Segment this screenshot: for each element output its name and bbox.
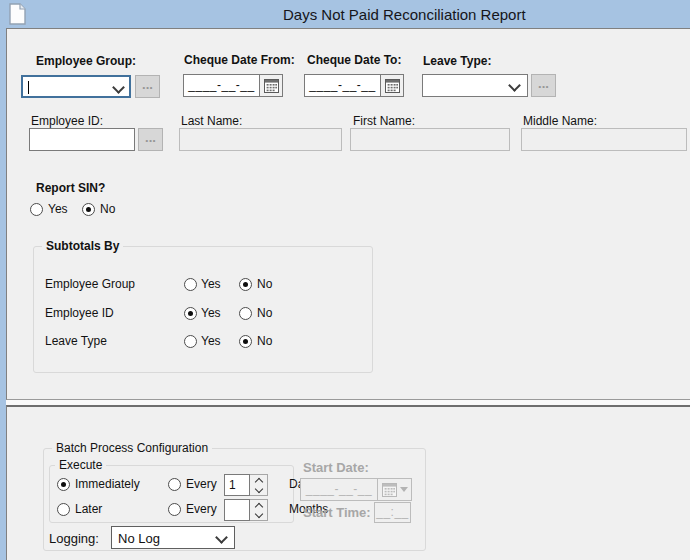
batch-panel: Batch Process Configuration Execute Imme… bbox=[6, 405, 690, 560]
logging-combobox[interactable]: No Log bbox=[111, 526, 235, 549]
subtotal-yes-label[interactable]: Yes bbox=[201, 306, 221, 320]
subtotal-row-label: Leave Type bbox=[45, 334, 107, 348]
leave-type-combobox[interactable] bbox=[422, 74, 528, 97]
first-name-field bbox=[350, 128, 510, 151]
cheque-date-to-field[interactable]: ____-__-__ bbox=[304, 74, 404, 97]
months-spinner-buttons[interactable] bbox=[250, 499, 268, 521]
chevron-down-icon bbox=[508, 79, 521, 92]
triangle-down-icon bbox=[400, 487, 408, 492]
cheque-date-from-field[interactable]: ____-__-__ bbox=[183, 74, 283, 97]
report-sin-yes-label[interactable]: Yes bbox=[48, 202, 68, 216]
months-spinner-input[interactable] bbox=[224, 499, 250, 521]
cheque-date-from-mask[interactable]: ____-__-__ bbox=[184, 75, 259, 96]
execute-every-days-radio[interactable] bbox=[168, 478, 181, 491]
chevron-down-icon bbox=[112, 81, 125, 94]
logging-value: No Log bbox=[118, 531, 160, 546]
chevron-down-icon bbox=[254, 485, 262, 493]
subtotal-employee-id-no-radio[interactable] bbox=[239, 307, 252, 320]
titlebar: Days Not Paid Reconciliation Report bbox=[0, 0, 690, 28]
employee-group-combobox[interactable] bbox=[21, 75, 131, 98]
subtotal-leave-type-yes-radio[interactable] bbox=[184, 335, 197, 348]
employee-group-browse-button[interactable]: ... bbox=[135, 75, 160, 98]
execute-every-months-label[interactable]: Every bbox=[186, 502, 217, 516]
subtotal-employee-group-no-radio[interactable] bbox=[239, 278, 252, 291]
cheque-date-to-mask[interactable]: ____-__-__ bbox=[305, 75, 380, 96]
start-date-field: ____-__-__ bbox=[300, 478, 412, 501]
last-name-field bbox=[179, 128, 342, 151]
text-caret bbox=[28, 81, 29, 94]
employee-id-browse-button[interactable]: ... bbox=[138, 128, 163, 151]
leave-type-label: Leave Type: bbox=[423, 54, 491, 68]
execute-later-label[interactable]: Later bbox=[75, 502, 102, 516]
window-title: Days Not Paid Reconciliation Report bbox=[283, 6, 526, 23]
report-sin-yes-radio[interactable] bbox=[30, 203, 43, 216]
execute-later-radio[interactable] bbox=[57, 503, 70, 516]
report-sin-no-radio[interactable] bbox=[82, 203, 95, 216]
execute-immediately-radio[interactable] bbox=[57, 478, 70, 491]
start-date-calendar-button bbox=[377, 479, 411, 500]
start-time-field: __:__ bbox=[374, 502, 411, 523]
employee-group-label: Employee Group: bbox=[36, 54, 136, 68]
subtotal-no-label[interactable]: No bbox=[257, 334, 272, 348]
subtotal-leave-type-no-radio[interactable] bbox=[239, 335, 252, 348]
cheque-date-from-label: Cheque Date From: bbox=[184, 53, 295, 67]
batch-process-configuration-title: Batch Process Configuration bbox=[52, 441, 212, 455]
days-spinner[interactable]: 1 bbox=[224, 474, 268, 496]
days-spinner-buttons[interactable] bbox=[250, 474, 268, 496]
first-name-label: First Name: bbox=[353, 114, 415, 128]
middle-name-label: Middle Name: bbox=[523, 114, 597, 128]
months-spinner[interactable] bbox=[224, 499, 268, 521]
subtotal-employee-id-yes-radio[interactable] bbox=[184, 307, 197, 320]
subtotal-no-label[interactable]: No bbox=[257, 306, 272, 320]
spinner-down-button[interactable] bbox=[250, 510, 267, 520]
subtotals-by-title: Subtotals By bbox=[42, 239, 123, 253]
document-icon bbox=[9, 3, 26, 29]
subtotals-by-groupbox: Subtotals By Employee Group Yes No Emplo… bbox=[33, 246, 373, 373]
cheque-date-to-label: Cheque Date To: bbox=[307, 53, 401, 67]
chevron-down-icon bbox=[254, 510, 262, 518]
execute-immediately-label[interactable]: Immediately bbox=[75, 477, 140, 491]
cheque-date-from-calendar-button[interactable] bbox=[259, 75, 282, 96]
subtotal-yes-label[interactable]: Yes bbox=[201, 334, 221, 348]
execute-title: Execute bbox=[55, 458, 106, 472]
start-date-label: Start Date: bbox=[303, 460, 369, 475]
subtotal-row-label: Employee Group bbox=[45, 277, 135, 291]
execute-every-days-label[interactable]: Every bbox=[186, 477, 217, 491]
employee-id-label: Employee ID: bbox=[31, 114, 103, 128]
calendar-icon bbox=[382, 483, 397, 497]
subtotal-employee-group-yes-radio[interactable] bbox=[184, 278, 197, 291]
subtotal-row-label: Employee ID bbox=[45, 306, 114, 320]
start-date-mask: ____-__-__ bbox=[301, 479, 377, 500]
middle-name-field bbox=[521, 128, 687, 151]
spinner-down-button[interactable] bbox=[250, 485, 267, 495]
execute-every-months-radio[interactable] bbox=[168, 503, 181, 516]
cheque-date-to-calendar-button[interactable] bbox=[380, 75, 403, 96]
report-sin-label: Report SIN? bbox=[36, 181, 105, 195]
chevron-down-icon bbox=[215, 531, 228, 544]
main-form-panel: Employee Group: Cheque Date From: Cheque… bbox=[6, 28, 690, 400]
report-sin-no-label[interactable]: No bbox=[100, 202, 115, 216]
logging-label: Logging: bbox=[49, 531, 99, 546]
employee-id-input[interactable] bbox=[29, 128, 135, 151]
calendar-icon bbox=[385, 79, 400, 93]
start-time-label: Start Time: bbox=[303, 505, 371, 520]
leave-type-browse-button[interactable]: ... bbox=[531, 74, 556, 97]
last-name-label: Last Name: bbox=[181, 114, 242, 128]
calendar-icon bbox=[264, 79, 279, 93]
days-spinner-input[interactable]: 1 bbox=[224, 474, 250, 496]
subtotal-no-label[interactable]: No bbox=[257, 277, 272, 291]
subtotal-yes-label[interactable]: Yes bbox=[201, 277, 221, 291]
